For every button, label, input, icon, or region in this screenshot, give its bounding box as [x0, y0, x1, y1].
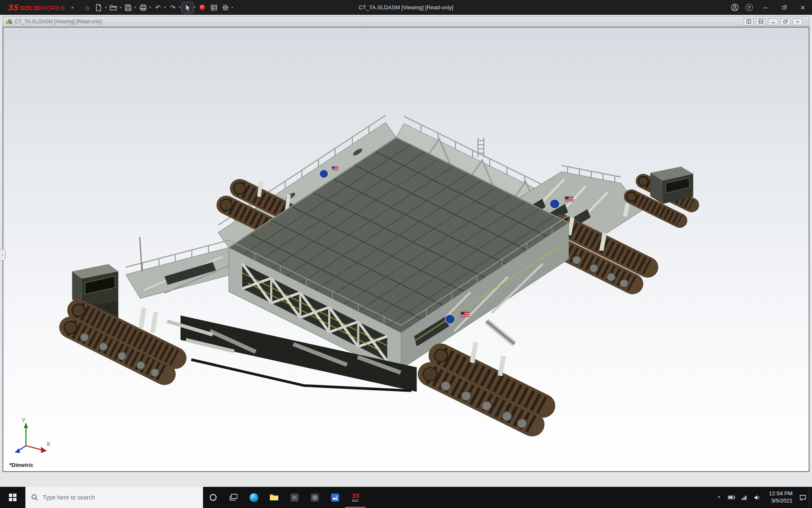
solidworks-version-badge: 2021 — [352, 499, 359, 502]
triad-x-label: X — [47, 441, 50, 447]
close-document-button[interactable]: × — [793, 18, 803, 25]
options-button[interactable] — [219, 2, 231, 13]
solidworks-taskbar-button[interactable]: ƷS 2021 — [345, 487, 365, 508]
notification-bubble-icon — [799, 494, 807, 501]
minimize-icon: – — [764, 4, 768, 11]
print-button[interactable] — [137, 2, 149, 13]
new-document-icon — [95, 4, 102, 11]
close-icon: × — [800, 3, 805, 12]
open-dropdown-icon[interactable]: ▾ — [119, 6, 123, 9]
undo-button[interactable]: ↶ — [152, 2, 164, 13]
file-explorer-button[interactable] — [264, 487, 284, 508]
us-flag-right — [565, 197, 573, 202]
clock-time: 12:54 PM — [767, 490, 793, 497]
solidworks-logo-mark: ƷS — [7, 3, 18, 12]
document-window-controls: × — [743, 18, 806, 25]
restore-document-icon — [783, 19, 788, 24]
redo-button[interactable]: ↷ — [167, 2, 178, 13]
notification-center-button[interactable] — [796, 487, 809, 508]
pinned-app-3-button[interactable] — [325, 487, 345, 508]
file-properties-button[interactable] — [208, 2, 219, 13]
restore-window-button[interactable] — [775, 0, 793, 15]
volume-button[interactable] — [751, 487, 763, 508]
pinned-app-2-icon — [311, 494, 319, 502]
help-icon: ? — [746, 4, 753, 11]
app-titlebar: ƷS SOLID WORKS ▸ ⌂ ▾ ▾ — [0, 0, 812, 15]
undo-icon: ↶ — [155, 4, 161, 11]
account-button[interactable] — [727, 0, 742, 15]
task-view-icon — [229, 494, 238, 501]
close-window-button[interactable]: × — [793, 0, 812, 15]
view-orientation-label: *Dimetric — [9, 462, 33, 468]
home-icon: ⌂ — [85, 4, 89, 11]
viewport-3d[interactable]: Y X *Dimetric — [3, 27, 809, 472]
document-titlebar: CT_TA.SLDASM [Viewing] [Read-only] — [3, 16, 809, 27]
save-button[interactable] — [123, 2, 134, 13]
us-flag-left — [332, 166, 338, 170]
save-icon — [125, 4, 132, 11]
options-dropdown-icon[interactable]: ▾ — [231, 6, 234, 9]
minimize-window-button[interactable]: – — [756, 0, 775, 15]
battery-button[interactable] — [725, 487, 738, 508]
document-title: CT_TA.SLDASM [Viewing] [Read-only] — [15, 19, 102, 25]
nasa-meatball-front — [445, 315, 455, 324]
client-area: CT_TA.SLDASM [Viewing] [Read-only] — [0, 15, 812, 487]
app-title: CT_TA.SLDASM [Viewing] [Read-only] — [359, 0, 453, 15]
model-bottom-track-unit — [423, 342, 547, 428]
solidworks-taskbar-icon: ƷS 2021 — [351, 493, 359, 502]
speaker-icon — [754, 495, 760, 500]
print-dropdown-icon[interactable]: ▾ — [149, 6, 152, 9]
document-window: CT_TA.SLDASM [Viewing] [Read-only] — [3, 16, 809, 472]
split-vertical-button[interactable] — [743, 18, 754, 25]
gear-icon — [222, 4, 229, 11]
home-button[interactable]: ⌂ — [82, 2, 93, 13]
minimize-document-button[interactable] — [768, 18, 778, 25]
open-button[interactable] — [108, 2, 119, 13]
minimize-document-icon — [771, 19, 776, 24]
nasa-meatball-left — [320, 170, 328, 178]
cortana-button[interactable] — [203, 487, 223, 508]
user-account-icon — [731, 3, 739, 11]
redo-dropdown-icon[interactable]: ▾ — [178, 6, 182, 9]
split-horizontal-button[interactable] — [756, 18, 766, 25]
taskbar-clock[interactable]: 12:54 PM 3/5/2021 — [763, 490, 796, 505]
start-button[interactable] — [0, 487, 25, 508]
file-explorer-icon — [269, 494, 279, 501]
triad-y-label: Y — [22, 417, 25, 423]
network-button[interactable] — [738, 487, 751, 508]
help-button[interactable]: ? — [742, 0, 756, 15]
split-horizontal-icon — [759, 19, 763, 24]
solidworks-mark: ƷS — [351, 493, 359, 499]
crawler-transporter-model: Y X — [3, 28, 809, 471]
pinned-app-2-button[interactable] — [304, 487, 325, 508]
us-flag-front — [461, 312, 469, 317]
3dexperience-button[interactable] — [197, 2, 208, 13]
file-properties-icon — [211, 4, 217, 11]
orientation-triad[interactable]: Y X — [15, 417, 50, 453]
new-document-button[interactable] — [93, 2, 104, 13]
save-dropdown-icon[interactable]: ▾ — [134, 6, 137, 9]
cortana-icon — [210, 494, 217, 501]
screen: ƷS SOLID WORKS ▸ ⌂ ▾ ▾ — [0, 0, 812, 508]
toolbar-expand-arrow-icon[interactable]: ▸ — [68, 5, 77, 10]
quick-access-toolbar: ⌂ ▾ ▾ ▾ — [82, 2, 234, 13]
network-icon — [741, 495, 748, 500]
restore-icon — [782, 5, 787, 10]
titlebar-right-controls: ? – × — [727, 0, 812, 15]
select-tool-dropdown-icon[interactable]: ▾ — [193, 6, 197, 9]
taskbar-search[interactable] — [25, 487, 203, 508]
select-tool-button[interactable] — [182, 2, 193, 13]
task-view-button[interactable] — [223, 487, 244, 508]
search-input[interactable] — [43, 494, 182, 501]
undo-dropdown-icon[interactable]: ▾ — [164, 6, 167, 9]
restore-document-button[interactable] — [780, 18, 790, 25]
close-document-icon: × — [796, 19, 799, 24]
print-icon — [140, 4, 147, 11]
edge-button[interactable] — [244, 487, 264, 508]
featuremanager-collapse-tab[interactable]: ‹ — [0, 249, 5, 261]
tray-chevron-button[interactable]: ^ — [713, 487, 725, 508]
collapse-arrow-icon: ‹ — [2, 253, 3, 257]
show-desktop-button[interactable] — [809, 487, 812, 508]
new-document-dropdown-icon[interactable]: ▾ — [104, 6, 108, 9]
pinned-app-1-button[interactable] — [284, 487, 304, 508]
